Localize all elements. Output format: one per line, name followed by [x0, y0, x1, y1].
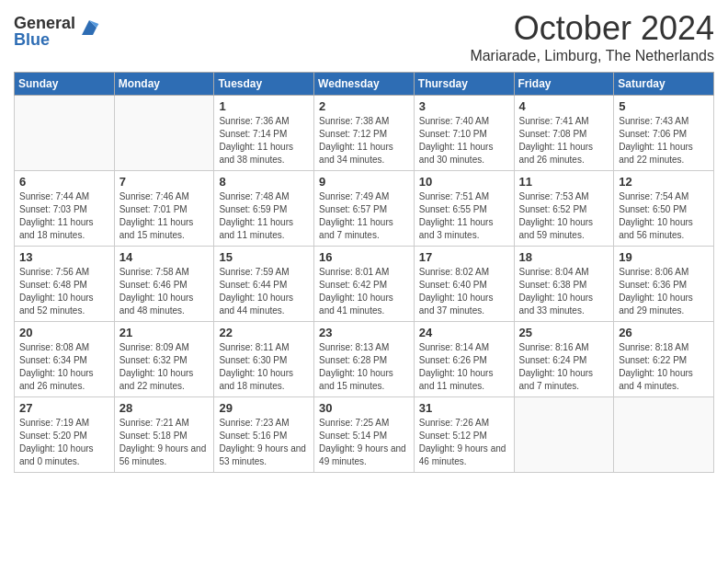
calendar-day-cell: 6Sunrise: 7:44 AMSunset: 7:03 PMDaylight…: [15, 171, 115, 247]
calendar-day-cell: 31Sunrise: 7:26 AMSunset: 5:12 PMDayligh…: [414, 397, 514, 473]
day-info: Sunrise: 8:06 AMSunset: 6:36 PMDaylight:…: [619, 266, 710, 317]
day-number: 4: [519, 99, 610, 113]
day-number: 3: [419, 99, 510, 113]
calendar-week-row: 1Sunrise: 7:36 AMSunset: 7:14 PMDaylight…: [15, 96, 714, 171]
day-info: Sunrise: 7:26 AMSunset: 5:12 PMDaylight:…: [419, 417, 510, 468]
calendar-day-cell: 21Sunrise: 8:09 AMSunset: 6:32 PMDayligh…: [114, 322, 214, 397]
logo-blue: Blue: [14, 31, 75, 48]
calendar-day-cell: 22Sunrise: 8:11 AMSunset: 6:30 PMDayligh…: [214, 322, 314, 397]
day-info: Sunrise: 7:48 AMSunset: 6:59 PMDaylight:…: [219, 190, 310, 242]
day-info: Sunrise: 8:13 AMSunset: 6:28 PMDaylight:…: [319, 341, 410, 393]
day-number: 17: [419, 250, 510, 264]
day-number: 11: [519, 175, 610, 189]
calendar-day-cell: 27Sunrise: 7:19 AMSunset: 5:20 PMDayligh…: [15, 397, 115, 473]
day-info: Sunrise: 7:19 AMSunset: 5:20 PMDaylight:…: [19, 417, 110, 468]
weekday-header-saturday: Saturday: [614, 73, 714, 96]
calendar-day-cell: 19Sunrise: 8:06 AMSunset: 6:36 PMDayligh…: [614, 247, 714, 322]
location-subtitle: Mariarade, Limburg, The Netherlands: [470, 48, 714, 64]
day-info: Sunrise: 8:09 AMSunset: 6:32 PMDaylight:…: [119, 341, 210, 393]
calendar-day-cell: 23Sunrise: 8:13 AMSunset: 6:28 PMDayligh…: [314, 322, 415, 397]
calendar-day-cell: 15Sunrise: 7:59 AMSunset: 6:44 PMDayligh…: [214, 247, 314, 322]
day-info: Sunrise: 7:46 AMSunset: 7:01 PMDaylight:…: [119, 190, 210, 242]
calendar-day-cell: 9Sunrise: 7:49 AMSunset: 6:57 PMDaylight…: [314, 171, 415, 247]
day-info: Sunrise: 7:53 AMSunset: 6:52 PMDaylight:…: [519, 190, 610, 242]
calendar-day-cell: 11Sunrise: 7:53 AMSunset: 6:52 PMDayligh…: [514, 171, 614, 247]
day-info: Sunrise: 7:54 AMSunset: 6:50 PMDaylight:…: [619, 190, 710, 242]
day-info: Sunrise: 7:25 AMSunset: 5:14 PMDaylight:…: [319, 417, 410, 468]
calendar-day-cell: 29Sunrise: 7:23 AMSunset: 5:16 PMDayligh…: [214, 397, 314, 473]
calendar-day-cell: 4Sunrise: 7:41 AMSunset: 7:08 PMDaylight…: [514, 96, 614, 171]
calendar-week-row: 6Sunrise: 7:44 AMSunset: 7:03 PMDaylight…: [15, 171, 714, 247]
calendar-empty-cell: [614, 397, 714, 473]
day-number: 22: [219, 326, 310, 339]
day-number: 14: [119, 250, 210, 264]
day-number: 23: [319, 326, 410, 339]
day-info: Sunrise: 8:16 AMSunset: 6:24 PMDaylight:…: [519, 341, 610, 393]
day-info: Sunrise: 7:23 AMSunset: 5:16 PMDaylight:…: [219, 417, 310, 468]
day-info: Sunrise: 7:56 AMSunset: 6:48 PMDaylight:…: [19, 266, 110, 317]
day-info: Sunrise: 7:49 AMSunset: 6:57 PMDaylight:…: [319, 190, 410, 242]
day-number: 21: [119, 326, 210, 339]
day-number: 24: [419, 326, 510, 339]
weekday-header-friday: Friday: [514, 73, 614, 96]
calendar-day-cell: 1Sunrise: 7:36 AMSunset: 7:14 PMDaylight…: [214, 96, 314, 171]
day-info: Sunrise: 7:43 AMSunset: 7:06 PMDaylight:…: [619, 115, 710, 167]
day-info: Sunrise: 8:11 AMSunset: 6:30 PMDaylight:…: [219, 341, 310, 393]
day-number: 27: [19, 401, 110, 415]
calendar-header-row: SundayMondayTuesdayWednesdayThursdayFrid…: [15, 73, 714, 96]
weekday-header-sunday: Sunday: [15, 73, 115, 96]
day-info: Sunrise: 7:21 AMSunset: 5:18 PMDaylight:…: [119, 417, 210, 468]
calendar-day-cell: 5Sunrise: 7:43 AMSunset: 7:06 PMDaylight…: [614, 96, 714, 171]
calendar-empty-cell: [114, 96, 214, 171]
calendar-table: SundayMondayTuesdayWednesdayThursdayFrid…: [14, 72, 714, 473]
weekday-header-thursday: Thursday: [414, 73, 514, 96]
calendar-day-cell: 24Sunrise: 8:14 AMSunset: 6:26 PMDayligh…: [414, 322, 514, 397]
day-info: Sunrise: 8:18 AMSunset: 6:22 PMDaylight:…: [619, 341, 710, 393]
day-number: 28: [119, 401, 210, 415]
weekday-header-monday: Monday: [114, 73, 214, 96]
day-number: 1: [219, 99, 310, 113]
day-info: Sunrise: 8:01 AMSunset: 6:42 PMDaylight:…: [319, 266, 410, 317]
day-number: 2: [319, 99, 410, 113]
calendar-day-cell: 2Sunrise: 7:38 AMSunset: 7:12 PMDaylight…: [314, 96, 415, 171]
calendar-empty-cell: [514, 397, 614, 473]
day-number: 26: [619, 326, 710, 339]
logo-general: General: [14, 15, 75, 31]
calendar-day-cell: 20Sunrise: 8:08 AMSunset: 6:34 PMDayligh…: [15, 322, 115, 397]
day-info: Sunrise: 7:59 AMSunset: 6:44 PMDaylight:…: [219, 266, 310, 317]
day-info: Sunrise: 8:14 AMSunset: 6:26 PMDaylight:…: [419, 341, 510, 393]
day-info: Sunrise: 7:40 AMSunset: 7:10 PMDaylight:…: [419, 115, 510, 167]
day-info: Sunrise: 7:58 AMSunset: 6:46 PMDaylight:…: [119, 266, 210, 317]
day-info: Sunrise: 7:36 AMSunset: 7:14 PMDaylight:…: [219, 115, 310, 167]
day-number: 7: [119, 175, 210, 189]
day-info: Sunrise: 7:44 AMSunset: 7:03 PMDaylight:…: [19, 190, 110, 242]
calendar-day-cell: 13Sunrise: 7:56 AMSunset: 6:48 PMDayligh…: [15, 247, 115, 322]
calendar-day-cell: 8Sunrise: 7:48 AMSunset: 6:59 PMDaylight…: [214, 171, 314, 247]
calendar-day-cell: 7Sunrise: 7:46 AMSunset: 7:01 PMDaylight…: [114, 171, 214, 247]
day-info: Sunrise: 8:08 AMSunset: 6:34 PMDaylight:…: [19, 341, 110, 393]
month-year-title: October 2024: [470, 9, 714, 48]
calendar-day-cell: 28Sunrise: 7:21 AMSunset: 5:18 PMDayligh…: [114, 397, 214, 473]
calendar-day-cell: 14Sunrise: 7:58 AMSunset: 6:46 PMDayligh…: [114, 247, 214, 322]
day-number: 30: [319, 401, 410, 415]
calendar-day-cell: 30Sunrise: 7:25 AMSunset: 5:14 PMDayligh…: [314, 397, 415, 473]
weekday-header-wednesday: Wednesday: [314, 73, 415, 96]
calendar-week-row: 20Sunrise: 8:08 AMSunset: 6:34 PMDayligh…: [15, 322, 714, 397]
calendar-day-cell: 25Sunrise: 8:16 AMSunset: 6:24 PMDayligh…: [514, 322, 614, 397]
day-info: Sunrise: 7:38 AMSunset: 7:12 PMDaylight:…: [319, 115, 410, 167]
day-number: 31: [419, 401, 510, 415]
day-number: 6: [19, 175, 110, 189]
day-number: 19: [619, 250, 710, 264]
day-number: 15: [219, 250, 310, 264]
day-info: Sunrise: 7:41 AMSunset: 7:08 PMDaylight:…: [519, 115, 610, 167]
page-header: General Blue October 2024 Mariarade, Lim…: [14, 9, 714, 64]
day-number: 5: [619, 99, 710, 113]
day-info: Sunrise: 8:02 AMSunset: 6:40 PMDaylight:…: [419, 266, 510, 317]
day-number: 29: [219, 401, 310, 415]
calendar-day-cell: 10Sunrise: 7:51 AMSunset: 6:55 PMDayligh…: [414, 171, 514, 247]
logo-icon: [78, 17, 100, 39]
weekday-header-tuesday: Tuesday: [214, 73, 314, 96]
calendar-week-row: 27Sunrise: 7:19 AMSunset: 5:20 PMDayligh…: [15, 397, 714, 473]
title-area: October 2024 Mariarade, Limburg, The Net…: [470, 9, 714, 64]
day-info: Sunrise: 7:51 AMSunset: 6:55 PMDaylight:…: [419, 190, 510, 242]
